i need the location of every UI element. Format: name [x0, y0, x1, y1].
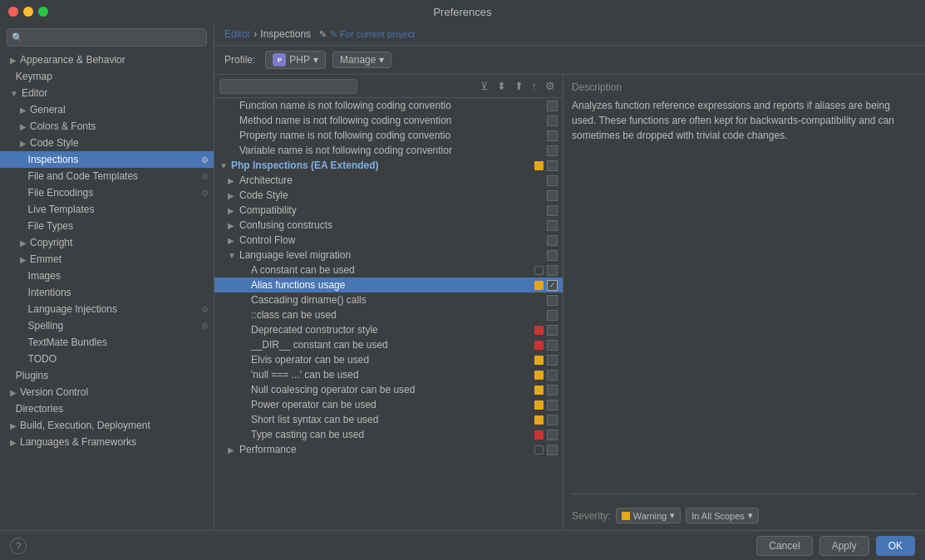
arrow-icon [20, 222, 25, 231]
check-box[interactable] [547, 190, 558, 201]
check-box[interactable] [547, 400, 558, 410]
check-box[interactable] [547, 175, 558, 186]
tree-item-class-used[interactable]: ::class can be used [214, 307, 563, 322]
check-box[interactable] [547, 340, 558, 351]
settings-gear-button[interactable]: ⚙ [543, 78, 558, 94]
tree-item-func-name[interactable]: Function name is not following coding co… [214, 98, 563, 113]
close-button[interactable] [8, 7, 18, 17]
sidebar-item-keymap[interactable]: Keymap [0, 68, 214, 85]
check-box[interactable] [547, 310, 558, 321]
sidebar-item-directories[interactable]: Directories [0, 400, 214, 417]
tree-item-type-casting[interactable]: Type casting can be used [214, 427, 563, 442]
check-box[interactable] [547, 385, 558, 395]
sidebar-item-language-injections[interactable]: Language Injections ⚙ [0, 301, 214, 317]
tree-item-dir-constant[interactable]: __DIR__ constant can be used [214, 337, 563, 352]
breadcrumb-editor[interactable]: Editor [224, 28, 250, 40]
check-box[interactable] [547, 430, 558, 440]
sidebar-item-file-code-templates[interactable]: File and Code Templates ⚙ [0, 168, 214, 184]
sidebar-item-emmet[interactable]: ▶ Emmet [0, 251, 214, 268]
minimize-button[interactable] [23, 7, 33, 17]
check-box[interactable] [547, 445, 558, 455]
check-box[interactable] [547, 250, 558, 261]
tree-item-confusing[interactable]: ▶ Confusing constructs [214, 218, 563, 233]
sidebar-item-build-execution[interactable]: ▶ Build, Execution, Deployment [0, 417, 214, 434]
sidebar-item-code-style[interactable]: ▶ Code Style [0, 135, 214, 151]
sidebar-item-version-control[interactable]: ▶ Version Control [0, 384, 214, 400]
sidebar-item-label: Plugins [16, 370, 48, 381]
ok-button[interactable]: OK [876, 536, 915, 556]
tree-item-deprecated-constructor[interactable]: Deprecated constructor style [214, 322, 563, 337]
tree-item-constant-used[interactable]: A constant can be used [214, 263, 563, 278]
expand-all-button[interactable]: ⬍ [494, 78, 509, 94]
tree-item-short-list[interactable]: Short list syntax can be used [214, 412, 563, 427]
maximize-button[interactable] [38, 7, 48, 17]
help-button[interactable]: ? [10, 538, 27, 554]
sidebar-item-general[interactable]: ▶ General [0, 101, 214, 118]
arrow-icon: ▼ [10, 89, 18, 98]
check-box[interactable] [547, 415, 558, 425]
sidebar-item-intentions[interactable]: Intentions [0, 284, 214, 301]
check-box[interactable]: ✓ [547, 280, 558, 291]
sidebar-item-editor[interactable]: ▼ Editor [0, 85, 214, 101]
check-box[interactable] [547, 205, 558, 216]
tree-item-null-coalescing[interactable]: Null coalescing operator can be used [214, 382, 563, 397]
manage-dropdown[interactable]: Manage ▾ [332, 52, 391, 68]
tree-item-compatibility[interactable]: ▶ Compatibility [214, 203, 563, 218]
check-box[interactable] [547, 235, 558, 246]
export-button[interactable]: ↑ [529, 78, 540, 94]
check-box[interactable] [547, 355, 558, 366]
tree-item-lang-migration[interactable]: ▼ Language level migration [214, 248, 563, 263]
tree-arrow: ▼ [219, 161, 228, 170]
sidebar-item-file-encodings[interactable]: File Encodings ⚙ [0, 184, 214, 201]
description-panel: Description Analyzes function reference … [563, 75, 925, 530]
arrow-icon [20, 288, 25, 297]
severity-dropdown[interactable]: Warning ▾ [616, 508, 681, 523]
tree-item-method-name[interactable]: Method name is not following coding conv… [214, 113, 563, 128]
sidebar-item-file-types[interactable]: File Types [0, 218, 214, 234]
tree-item-code-style[interactable]: ▶ Code Style [214, 188, 563, 203]
scope-dropdown[interactable]: In All Scopes ▾ [686, 508, 759, 523]
tree-item-variable-name[interactable]: Variable name is not following coding co… [214, 143, 563, 158]
item-label: Type casting can be used [251, 429, 531, 440]
check-box[interactable] [547, 370, 558, 381]
tree-item-control-flow[interactable]: ▶ Control Flow [214, 233, 563, 248]
tree-item-elvis-operator[interactable]: Elvis operator can be used [214, 352, 563, 367]
sidebar-item-appearance[interactable]: ▶ Appearance & Behavior [0, 52, 214, 68]
sidebar-item-spelling[interactable]: Spelling ⚙ [0, 317, 214, 334]
sidebar-item-colors-fonts[interactable]: ▶ Colors & Fonts [0, 118, 214, 135]
check-box[interactable] [547, 101, 558, 111]
check-box[interactable] [547, 325, 558, 336]
profile-dropdown[interactable]: P PHP ▾ [265, 51, 326, 69]
filter-search-input[interactable] [219, 79, 357, 94]
collapse-all-button[interactable]: ⬆ [512, 78, 526, 94]
cancel-button[interactable]: Cancel [756, 536, 812, 556]
check-box[interactable] [547, 130, 558, 141]
sidebar-item-languages-frameworks[interactable]: ▶ Languages & Frameworks [0, 434, 214, 450]
tree-item-php-inspections[interactable]: ▼ Php Inspections (EA Extended) [214, 158, 563, 173]
tree-item-architecture[interactable]: ▶ Architecture [214, 173, 563, 188]
tree-item-null-eq[interactable]: 'null === ...' can be used [214, 367, 563, 382]
breadcrumb-project-link[interactable]: ✎ For current project [330, 29, 415, 40]
item-label: Language level migration [239, 249, 544, 261]
tree-item-alias-functions[interactable]: Alias functions usage ✓ [214, 278, 563, 292]
check-box[interactable] [547, 115, 558, 126]
sidebar-item-live-templates[interactable]: Live Templates [0, 201, 214, 218]
check-box[interactable] [547, 145, 558, 156]
apply-button[interactable]: Apply [819, 536, 869, 556]
tree-item-property-name[interactable]: Property name is not following coding co… [214, 128, 563, 143]
sidebar-item-inspections[interactable]: Inspections ⚙ [0, 151, 214, 168]
filter-funnel-button[interactable]: ⊻ [478, 78, 491, 94]
sidebar-item-images[interactable]: Images [0, 268, 214, 284]
check-box[interactable] [547, 160, 558, 171]
check-box[interactable] [547, 220, 558, 231]
tree-item-cascading-dirname[interactable]: Cascading dirname() calls [214, 292, 563, 307]
check-box[interactable] [547, 295, 558, 306]
sidebar-search-input[interactable] [7, 28, 207, 47]
sidebar-item-textmate[interactable]: TextMate Bundles [0, 334, 214, 351]
tree-item-performance[interactable]: ▶ Performance [214, 442, 563, 457]
sidebar-item-copyright[interactable]: ▶ Copyright [0, 234, 214, 251]
sidebar-item-todo[interactable]: TODO [0, 351, 214, 367]
sidebar-item-plugins[interactable]: Plugins [0, 367, 214, 384]
tree-item-power-operator[interactable]: Power operator can be used [214, 397, 563, 412]
check-box[interactable] [547, 265, 558, 276]
